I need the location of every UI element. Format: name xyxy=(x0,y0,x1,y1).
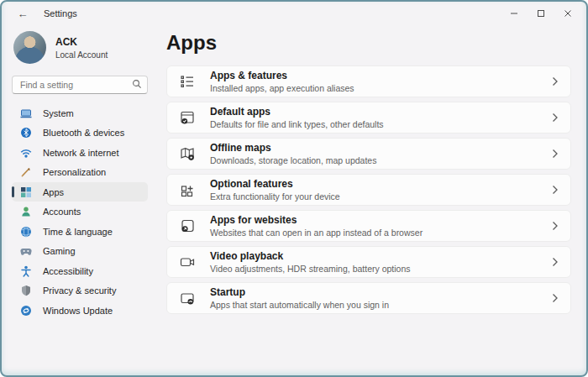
card-optional-features[interactable]: Optional features Extra functionality fo… xyxy=(166,174,571,206)
titlebar: ← Settings xyxy=(2,2,586,25)
maximize-button[interactable] xyxy=(528,2,554,25)
card-default-apps[interactable]: Default apps Defaults for file and link … xyxy=(166,102,571,134)
chevron-right-icon xyxy=(552,149,559,159)
card-apps-for-websites[interactable]: Apps for websites Websites that can open… xyxy=(166,210,571,242)
card-subtitle: Apps that start automatically when you s… xyxy=(210,300,389,310)
system-icon xyxy=(20,107,32,119)
minimize-button[interactable] xyxy=(501,2,528,25)
window-controls xyxy=(501,2,581,25)
startup-icon xyxy=(179,290,196,306)
card-title: Apps & features xyxy=(210,71,354,81)
sidebar-item-label: Time & language xyxy=(43,227,113,237)
settings-window: ← Settings ACK Local Account xyxy=(0,0,588,377)
chevron-right-icon xyxy=(552,257,559,267)
sidebar-item-label: Accessibility xyxy=(43,266,93,276)
card-title: Offline maps xyxy=(210,143,376,154)
page-title: Apps xyxy=(166,30,578,55)
sidebar-item-gaming[interactable]: Gaming xyxy=(12,242,148,261)
sidebar-item-label: Bluetooth & devices xyxy=(43,128,124,138)
card-offline-maps[interactable]: Offline maps Downloads, storage location… xyxy=(166,138,571,170)
apps-websites-icon xyxy=(179,217,196,234)
sidebar-item-system[interactable]: System xyxy=(12,103,148,123)
personalization-icon xyxy=(20,166,32,178)
sidebar-item-personalization[interactable]: Personalization xyxy=(12,163,148,182)
sidebar: ACK Local Account System xyxy=(2,25,158,377)
sidebar-item-accessibility[interactable]: Accessibility xyxy=(12,261,148,280)
sidebar-nav: System Bluetooth & devices Network & int… xyxy=(12,103,148,320)
card-subtitle: Defaults for file and link types, other … xyxy=(210,119,384,129)
sidebar-item-bluetooth-devices[interactable]: Bluetooth & devices xyxy=(12,123,148,143)
network-icon xyxy=(20,147,32,159)
window-title: Settings xyxy=(44,8,77,18)
sidebar-item-label: Privacy & security xyxy=(43,285,116,296)
user-account[interactable]: ACK Local Account xyxy=(13,31,148,64)
sidebar-item-label: Gaming xyxy=(43,246,76,256)
close-button[interactable] xyxy=(554,2,581,25)
card-subtitle: Installed apps, app execution aliases xyxy=(210,83,354,93)
chevron-right-icon xyxy=(552,113,559,123)
sidebar-item-windows-update[interactable]: Windows Update xyxy=(12,301,148,320)
sidebar-item-network-internet[interactable]: Network & internet xyxy=(12,143,148,162)
search-icon xyxy=(132,79,142,89)
chevron-right-icon xyxy=(552,293,559,303)
card-title: Startup xyxy=(210,287,389,298)
card-subtitle: Websites that can open in an app instead… xyxy=(210,228,423,238)
default-apps-icon xyxy=(179,109,196,126)
gaming-icon xyxy=(20,245,32,257)
card-subtitle: Downloads, storage location, map updates xyxy=(210,155,376,165)
close-icon xyxy=(564,9,572,18)
main-content: Apps Apps & features Installed apps, app… xyxy=(158,25,586,377)
user-name: ACK xyxy=(55,36,108,48)
card-title: Apps for websites xyxy=(210,215,423,226)
card-apps-features[interactable]: Apps & features Installed apps, app exec… xyxy=(166,65,571,97)
card-video-playback[interactable]: Video playback Video adjustments, HDR st… xyxy=(166,246,571,278)
apps-icon xyxy=(20,186,32,198)
apps-features-icon xyxy=(179,73,196,90)
windows-update-icon xyxy=(20,305,32,317)
card-subtitle: Extra functionality for your device xyxy=(210,191,340,202)
card-startup[interactable]: Startup Apps that start automatically wh… xyxy=(166,282,571,314)
sidebar-item-label: Apps xyxy=(43,187,64,197)
sidebar-item-privacy-security[interactable]: Privacy & security xyxy=(12,281,148,301)
sidebar-item-label: Network & internet xyxy=(43,148,118,158)
search-box xyxy=(12,76,148,94)
sidebar-item-apps[interactable]: Apps xyxy=(12,182,148,202)
sidebar-item-label: Windows Update xyxy=(43,306,113,316)
sidebar-item-label: Accounts xyxy=(43,207,81,217)
maximize-icon xyxy=(537,9,545,18)
settings-cards: Apps & features Installed apps, app exec… xyxy=(166,65,571,314)
chevron-right-icon xyxy=(552,76,559,86)
sidebar-item-label: System xyxy=(43,108,74,118)
search-input[interactable] xyxy=(12,76,148,94)
chevron-right-icon xyxy=(552,221,559,231)
back-button[interactable]: ← xyxy=(13,6,32,21)
sidebar-item-accounts[interactable]: Accounts xyxy=(12,202,148,222)
optional-features-icon xyxy=(179,181,196,198)
accessibility-icon xyxy=(20,265,32,277)
accounts-icon xyxy=(20,206,32,217)
offline-maps-icon xyxy=(179,145,196,162)
card-title: Default apps xyxy=(210,107,384,118)
sidebar-item-label: Personalization xyxy=(43,167,106,177)
privacy-shield-icon xyxy=(20,285,32,296)
user-avatar xyxy=(13,31,46,64)
sidebar-item-time-language[interactable]: Time & language xyxy=(12,222,148,241)
time-language-icon xyxy=(20,226,32,238)
user-account-type: Local Account xyxy=(55,50,108,60)
card-title: Optional features xyxy=(210,179,340,190)
minimize-icon xyxy=(510,9,518,18)
card-title: Video playback xyxy=(210,251,411,262)
video-playback-icon xyxy=(179,254,196,270)
bluetooth-icon xyxy=(20,127,32,139)
card-subtitle: Video adjustments, HDR streaming, batter… xyxy=(210,264,411,274)
chevron-right-icon xyxy=(552,185,559,195)
back-arrow-icon: ← xyxy=(18,8,29,20)
